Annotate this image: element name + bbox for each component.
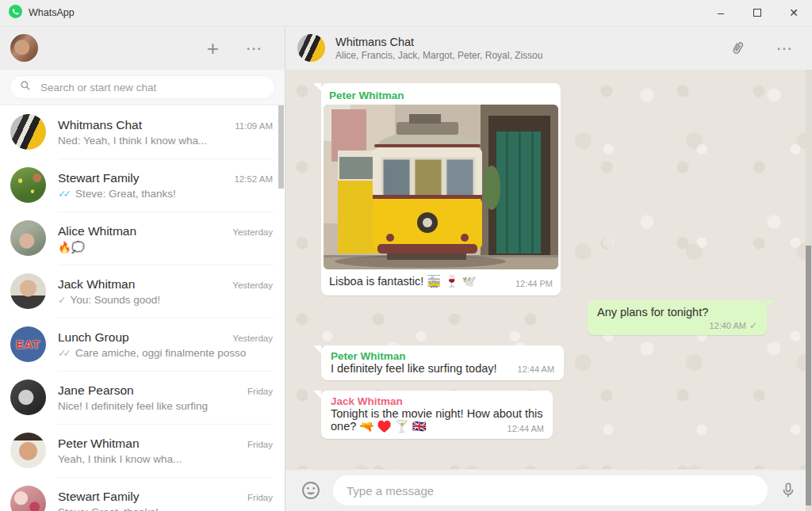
chat-list-item-stewart-family[interactable]: Stewart Family 12:52 AM ✓✓ Steve: Great,… [0,158,285,212]
composer-bar [285,469,812,511]
maximize-button[interactable] [739,0,776,25]
chat-avatar: EAT [10,326,46,362]
chat-preview: Steve: Great, thanks! [58,506,159,511]
chat-preview: Steve: Great, thanks! [75,188,176,200]
chat-name: Stewart Family [58,490,140,504]
conversation-titles: Whitmans Chat Alice, Francis, Jack, Marg… [335,36,542,61]
chat-time: Friday [247,493,273,502]
chat-time: Yesterday [232,227,273,237]
new-chat-button[interactable]: + [207,38,219,59]
whatsapp-logo-icon [9,5,22,21]
profile-avatar[interactable] [10,34,38,62]
minimize-icon: – [718,6,724,19]
close-icon: ✕ [789,6,799,19]
chat-avatar [10,220,46,256]
group-avatar[interactable] [297,34,325,62]
conversation-title: Whitmans Chat [335,36,542,48]
chat-list: Whitmans Chat 11:09 AM Ned: Yeah, I thin… [0,105,285,511]
search-icon [20,80,31,94]
app-title: WhatsApp [29,7,75,18]
messages-area: Peter Whitman [285,70,812,469]
chat-preview: Care amiche, oggi finalmente posso [75,347,246,359]
chat-name: Lunch Group [58,330,129,345]
whatsapp-window: WhatsApp – ✕ + ⋯ [0,0,812,511]
chat-avatar [10,114,46,150]
conversation-pane: Whitmans Chat Alice, Francis, Jack, Marg… [285,26,812,511]
chat-name: Jack Whitman [58,277,135,292]
main-layout: + ⋯ [0,26,812,511]
chat-list-item-peter-whitman[interactable]: Peter Whitman Friday Yeah, I think I kno… [0,424,285,477]
conversation-header: Whitmans Chat Alice, Francis, Jack, Marg… [285,26,812,70]
search-input[interactable] [40,82,265,93]
chat-avatar [10,273,46,309]
chat-scrollbar[interactable] [806,246,811,505]
chat-name: Whitmans Chat [58,118,142,132]
message-text: Any plans for tonight? [597,306,757,318]
chat-time: Yesterday [232,280,273,290]
message-incoming-text: Peter Whitman I definitely feel like sur… [321,345,564,380]
close-button[interactable]: ✕ [776,0,812,25]
photo-caption: Lisboa is fantastic! 🚋 🍷 🕊️ [329,275,477,288]
sidebar-actions: + ⋯ [207,38,262,59]
chat-list-item-jane-pearson[interactable]: Jane Pearson Friday Nice! I definitely f… [0,371,285,424]
title-bar-left: WhatsApp [0,5,75,21]
message-time: 12:40 AM [709,321,745,330]
single-tick-icon: ✓ [58,294,66,306]
chat-avatar [10,167,46,203]
chat-time: Friday [247,387,273,396]
conversation-members: Alice, Francis, Jack, Margot, Peter, Roy… [335,50,542,61]
message-outgoing: Any plans for tonight? 12:40 AM ✓ [588,300,767,335]
mic-button[interactable] [779,482,797,499]
photo-caption-row: Lisboa is fantastic! 🚋 🍷 🕊️ 12:44 PM [324,269,558,293]
message-meta: 12:40 AM ✓ [597,320,757,331]
photo-lisbon-tram[interactable] [324,105,558,269]
conversation-actions: ⋯ [730,40,793,56]
message-sender: Jack Whitman [331,395,543,407]
emoji-button[interactable] [301,480,321,501]
message-time: 12:44 AM [518,364,554,374]
chat-list-item-whitmans-chat[interactable]: Whitmans Chat 11:09 AM Ned: Yeah, I thin… [0,105,285,158]
chat-preview: Nice! I definitely feel like surfing [58,400,208,412]
chat-list-item-lunch-group[interactable]: EAT Lunch Group Yesterday ✓✓ Care amiche… [0,318,285,371]
chat-preview: Yeah, I think I know wha... [58,453,182,465]
message-time: 12:44 AM [508,424,544,433]
sidebar: + ⋯ [0,26,285,511]
chat-name: Peter Whitman [58,437,140,451]
maximize-icon [753,9,761,17]
chat-list-item-stewart-family-2[interactable]: Stewart Family Friday Steve: Great, than… [0,477,285,511]
window-title-bar: WhatsApp – ✕ [0,0,812,26]
chat-time: 11:09 AM [235,121,273,131]
chat-name: Alice Whitman [58,224,136,238]
chat-time: 12:52 AM [234,174,273,184]
chat-list-item-alice-whitman[interactable]: Alice Whitman Yesterday 🔥💭 [0,212,285,265]
sent-tick-icon: ✓ [749,320,757,331]
message-sender: Peter Whitman [331,350,554,362]
minimize-button[interactable]: – [703,0,739,25]
message-sender: Peter Whitman [324,86,558,105]
message-time: 12:44 PM [495,279,553,288]
chat-name: Stewart Family [58,171,140,185]
chat-preview: 🔥💭 [58,241,85,254]
chat-time: Yesterday [232,334,273,343]
avatar-text: EAT [16,337,40,351]
message-input[interactable] [333,475,768,505]
message-incoming-photo: Peter Whitman [321,83,561,296]
search-bar [0,70,285,105]
chat-list-item-jack-whitman[interactable]: Jack Whitman Yesterday ✓ You: Sounds goo… [0,265,285,318]
search-box[interactable] [10,75,275,99]
sidebar-scrollbar[interactable] [278,105,284,189]
conversation-menu-button[interactable]: ⋯ [776,40,793,56]
sidebar-header: + ⋯ [0,26,285,70]
chat-preview: You: Sounds good! [70,294,160,306]
double-tick-blue-icon: ✓✓ [58,188,71,200]
chat-time: Friday [247,440,273,449]
chat-avatar [10,486,46,511]
sidebar-menu-button[interactable]: ⋯ [246,40,262,56]
chat-avatar [10,379,46,415]
chat-name: Jane Pearson [58,383,134,398]
chat-preview: Ned: Yeah, I think I know wha... [58,135,207,147]
message-text: I definitely feel like surfing today! [331,362,497,375]
double-tick-icon: ✓✓ [58,347,71,359]
window-controls: – ✕ [703,0,812,25]
attach-button[interactable] [730,40,746,56]
